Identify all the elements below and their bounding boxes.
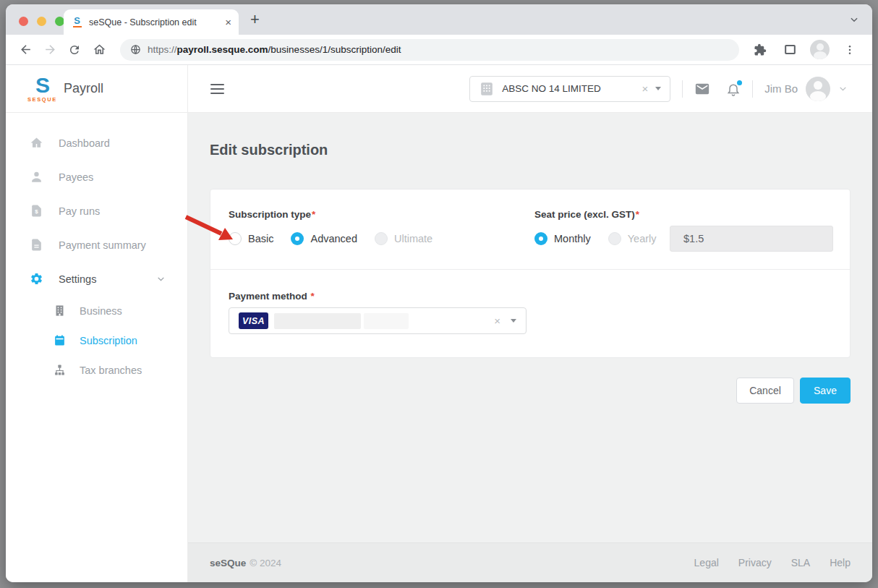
- person-icon: [30, 170, 43, 184]
- company-selector[interactable]: ABSC NO 14 LIMITED ×: [469, 76, 670, 102]
- payment-method-caret-down-icon[interactable]: [511, 319, 516, 323]
- url-text: https://payroll.sesque.com/businesses/1/…: [148, 44, 401, 55]
- radio-monthly-label: Monthly: [554, 233, 591, 244]
- radio-basic[interactable]: [229, 232, 242, 245]
- user-caret-down-icon: [838, 84, 848, 93]
- sidebar-item-payees[interactable]: Payees: [6, 160, 187, 194]
- radio-monthly[interactable]: [534, 232, 547, 245]
- required-asterisk: *: [636, 209, 639, 220]
- extensions-puzzle-icon[interactable]: [751, 41, 770, 59]
- new-tab-button[interactable]: +: [250, 10, 260, 29]
- close-window-button[interactable]: [19, 17, 28, 26]
- footer-link-legal[interactable]: Legal: [694, 557, 719, 568]
- page-title: Edit subscription: [210, 142, 851, 158]
- tab-close-icon[interactable]: ×: [225, 16, 231, 28]
- footer-brand: seSQue: [210, 558, 246, 568]
- footer-link-help[interactable]: Help: [830, 557, 851, 568]
- sidebar-item-business[interactable]: Business: [6, 296, 187, 325]
- chevron-down-icon: [156, 274, 166, 284]
- company-building-icon: [479, 81, 495, 97]
- side-panel-icon[interactable]: [780, 41, 799, 59]
- sesque-logo: S SESQUE: [27, 74, 57, 103]
- gear-icon: [30, 272, 43, 286]
- app-name: Payroll: [64, 81, 103, 96]
- sidebar-item-tax-branches[interactable]: Tax branches: [6, 355, 187, 385]
- sidebar-item-payment-summary[interactable]: Payment summary: [6, 228, 187, 262]
- radio-basic-label: Basic: [248, 233, 273, 244]
- subscription-type-label: Subscription type*: [229, 209, 450, 220]
- required-asterisk: *: [312, 209, 315, 220]
- site-info-globe-icon[interactable]: [130, 44, 141, 55]
- company-name: ABSC NO 14 LIMITED: [502, 83, 634, 94]
- tab-title: seSQue - Subscription edit: [89, 17, 219, 27]
- main-content: Edit subscription Subscription type* Bas…: [188, 113, 872, 542]
- app-logo: S SESQUE Payroll: [6, 65, 187, 113]
- org-tree-icon: [54, 364, 66, 376]
- svg-text:$: $: [35, 208, 38, 215]
- sidebar-item-settings[interactable]: Settings: [6, 262, 187, 296]
- save-button[interactable]: Save: [800, 378, 851, 404]
- sidebar-item-dashboard[interactable]: Dashboard: [6, 126, 187, 160]
- user-name: Jim Bo: [764, 82, 798, 95]
- visa-card-badge: VISA: [239, 312, 268, 329]
- payment-method-label: Payment method *: [229, 291, 315, 302]
- building-icon: [54, 304, 66, 317]
- app-header: ABSC NO 14 LIMITED × Jim Bo: [188, 65, 872, 113]
- browser-profile-avatar[interactable]: [810, 40, 830, 59]
- subscription-card: Subscription type* Basic Advanced Ultima…: [210, 189, 851, 358]
- radio-yearly[interactable]: [608, 232, 621, 245]
- forward-icon[interactable]: [41, 41, 59, 59]
- sidebar-item-subscription[interactable]: Subscription: [6, 325, 187, 355]
- radio-advanced-label: Advanced: [310, 233, 357, 244]
- user-avatar: [806, 77, 830, 101]
- payment-method-select[interactable]: VISA ×: [229, 307, 527, 334]
- seat-price-input[interactable]: [670, 226, 833, 252]
- radio-advanced[interactable]: [291, 232, 304, 245]
- document-icon: [30, 238, 43, 252]
- sidebar-item-pay-runs[interactable]: $ Pay runs: [6, 194, 187, 228]
- user-menu[interactable]: Jim Bo: [764, 77, 848, 101]
- home-icon: [30, 136, 43, 150]
- company-clear-icon[interactable]: ×: [642, 82, 648, 95]
- footer-link-privacy[interactable]: Privacy: [738, 557, 772, 568]
- sidebar: S SESQUE Payroll Dashboard Payees: [6, 65, 188, 582]
- mail-icon[interactable]: [694, 81, 710, 97]
- cancel-button[interactable]: Cancel: [736, 378, 794, 404]
- notifications-bell-icon[interactable]: [726, 82, 741, 96]
- tab-strip: S seSQue - Subscription edit × +: [6, 4, 872, 35]
- seat-price-label: Seat price (excl. GST)*: [534, 209, 674, 220]
- minimize-window-button[interactable]: [37, 17, 46, 26]
- redacted-card-details: [364, 313, 409, 329]
- window-controls: [19, 17, 64, 26]
- notification-badge: [737, 80, 742, 85]
- footer: seSQue © 2024 Legal Privacy SLA Help: [188, 542, 872, 582]
- footer-link-sla[interactable]: SLA: [791, 557, 810, 568]
- address-bar[interactable]: https://payroll.sesque.com/businesses/1/…: [120, 39, 739, 61]
- radio-ultimate-label: Ultimate: [394, 233, 432, 244]
- browser-tab[interactable]: S seSQue - Subscription edit ×: [64, 9, 239, 35]
- reload-icon[interactable]: [65, 41, 84, 59]
- radio-ultimate[interactable]: [375, 232, 388, 245]
- tab-search-chevron-icon[interactable]: [849, 14, 859, 25]
- browser-menu-dots-icon[interactable]: [840, 41, 859, 59]
- favicon: S: [71, 16, 83, 28]
- redacted-card-details: [274, 313, 361, 329]
- home-icon[interactable]: [90, 41, 108, 59]
- browser-toolbar: https://payroll.sesque.com/businesses/1/…: [6, 35, 872, 65]
- footer-copyright: © 2024: [250, 558, 281, 568]
- payment-method-clear-icon[interactable]: ×: [494, 315, 500, 327]
- required-asterisk: *: [311, 291, 315, 302]
- company-caret-down-icon[interactable]: [655, 87, 661, 90]
- radio-yearly-label: Yearly: [628, 233, 657, 244]
- back-icon[interactable]: [16, 41, 35, 59]
- browser-window: S seSQue - Subscription edit × + https:/…: [6, 4, 872, 582]
- document-dollar-icon: $: [30, 204, 43, 218]
- calendar-icon: [54, 334, 66, 346]
- hamburger-menu-icon[interactable]: [210, 84, 224, 94]
